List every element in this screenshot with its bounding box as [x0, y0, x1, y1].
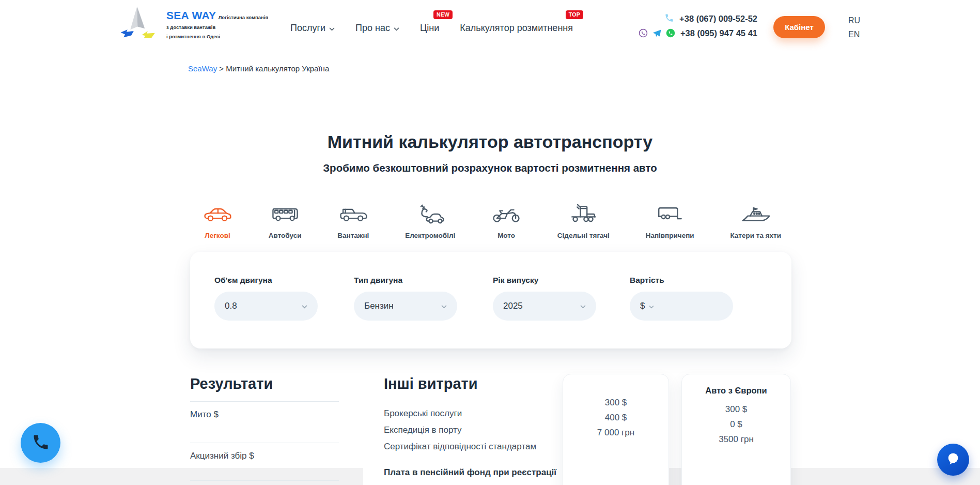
chat-bubble-icon	[945, 451, 961, 468]
phone-icon	[664, 13, 674, 25]
tab-electric-cars[interactable]: Електромобілі	[405, 204, 455, 239]
chevron-down-icon	[302, 301, 307, 311]
expenses-values-card: 300 $ 400 $ 7 000 грн	[563, 374, 669, 485]
chevron-down-icon	[580, 301, 586, 311]
tab-moto[interactable]: Мото	[491, 204, 521, 239]
year-label: Рік випуску	[493, 276, 596, 285]
tab-semi-tractors[interactable]: Сідельні тягачі	[557, 204, 610, 239]
engine-volume-label: Об'єм двигуна	[214, 276, 318, 285]
expense-value: 3500 грн	[682, 432, 790, 447]
lang-en[interactable]: EN	[848, 27, 860, 41]
result-row-duty: Мито $	[190, 410, 219, 420]
calculator-form-card: Об'єм двигуна 0.8 Тип двигуна Бензин Рік…	[190, 252, 791, 348]
nav-item-prices[interactable]: Ціни NEW	[420, 23, 439, 34]
currency-select[interactable]: $	[640, 301, 645, 311]
yacht-icon	[741, 204, 771, 226]
nav-item-about[interactable]: Про нас	[355, 23, 399, 34]
tab-buses[interactable]: Автобуси	[269, 204, 302, 239]
main-nav: Послуги Про нас Ціни NEW Калькулятор роз…	[290, 0, 573, 56]
expense-item-forwarding: Експедиція в порту	[384, 425, 462, 435]
logo-title: SEA WAY	[166, 9, 216, 21]
year-select[interactable]: 2025	[493, 292, 596, 321]
new-badge: NEW	[433, 10, 453, 19]
phone-icon	[32, 433, 50, 453]
europe-card-title: Авто з Європи	[682, 386, 790, 396]
expense-value: 400 $	[563, 410, 668, 425]
nav-item-services[interactable]: Послуги	[290, 23, 335, 34]
whatsapp-icon[interactable]	[666, 28, 675, 38]
bus-icon	[270, 204, 300, 226]
divider	[190, 401, 339, 402]
divider	[190, 480, 339, 481]
telegram-icon[interactable]	[652, 28, 662, 38]
logo-text: SEA WAY Логістична компанія з доставки в…	[166, 4, 268, 40]
customs-calculator-page: SEA WAY Логістична компанія з доставки в…	[0, 0, 980, 485]
result-row-excise: Акцизний збір $	[190, 451, 254, 461]
lang-ru[interactable]: RU	[848, 13, 860, 27]
breadcrumb-current: Митний калькулятор Україна	[226, 64, 329, 73]
engine-volume-field: Об'єм двигуна 0.8	[214, 276, 318, 321]
tab-trucks[interactable]: Вантажні	[337, 204, 369, 239]
results-title: Результати	[190, 375, 273, 392]
header-contacts: +38 (067) 009-52-52	[623, 11, 757, 40]
tab-cars[interactable]: Легкові	[203, 204, 232, 239]
expense-value: 7 000 грн	[563, 425, 668, 440]
breadcrumb-separator: >	[219, 64, 226, 73]
page-subtitle: Зробимо безкоштовний розрахунок вартості…	[0, 162, 980, 174]
phone-number-1[interactable]: +38 (067) 009-52-52	[679, 14, 757, 24]
phone-row-1: +38 (067) 009-52-52	[623, 11, 757, 26]
engine-volume-select[interactable]: 0.8	[214, 292, 318, 321]
phone-number-2[interactable]: +38 (095) 947 45 41	[680, 28, 757, 38]
engine-type-select[interactable]: Бензин	[354, 292, 457, 321]
divider	[190, 443, 339, 443]
logo-link[interactable]: SEA WAY Логістична компанія з доставки в…	[118, 4, 268, 46]
other-expenses-title: Інші витрати	[384, 375, 478, 392]
engine-type-field: Тип двигуна Бензин	[354, 276, 457, 321]
motorcycle-icon	[491, 204, 521, 226]
expense-item-certificate: Сертифікат відповідності стандартам	[384, 442, 536, 452]
tab-semi-trailers[interactable]: Напівпричепи	[646, 204, 694, 239]
seaway-logo	[118, 4, 161, 46]
viber-icon[interactable]	[639, 28, 648, 38]
expense-value: 300 $	[682, 402, 790, 417]
cost-label: Вартість	[630, 276, 733, 285]
language-switcher: RU EN	[848, 13, 860, 41]
cost-field: Вартість $	[630, 276, 733, 321]
chevron-down-icon	[394, 23, 399, 34]
chevron-down-icon	[441, 301, 447, 311]
trailer-icon	[655, 204, 685, 226]
truck-icon	[338, 204, 368, 226]
breadcrumb: SeaWay > Митний калькулятор Україна	[188, 64, 329, 73]
year-field: Рік випуску 2025	[493, 276, 596, 321]
messenger-icons	[639, 28, 675, 38]
engine-type-label: Тип двигуна	[354, 276, 457, 285]
nav-item-customs-calculator[interactable]: Калькулятор розмитнення TOP	[460, 23, 573, 34]
cabinet-button[interactable]: Кабінет	[773, 16, 825, 38]
semi-tractor-icon	[568, 204, 598, 226]
cost-input-group: $	[630, 292, 733, 321]
expense-item-broker: Брокерські послуги	[384, 408, 462, 419]
chat-fab-button[interactable]	[937, 444, 969, 476]
call-fab-button[interactable]	[21, 423, 60, 463]
expense-item-pension-fund: Плата в пенсійний фонд при реєстрації МР…	[384, 464, 557, 485]
chevron-down-icon	[329, 23, 335, 34]
expense-value: 300 $	[563, 395, 668, 410]
electric-car-icon	[415, 204, 445, 226]
europe-car-card: Авто з Європи 300 $ 0 $ 3500 грн	[681, 374, 791, 485]
site-header: SEA WAY Логістична компанія з доставки в…	[0, 0, 980, 56]
page-title: Митний калькулятор автотранспорту	[0, 132, 980, 152]
car-icon	[203, 204, 232, 226]
phone-row-2: +38 (095) 947 45 41	[623, 26, 757, 40]
breadcrumb-home-link[interactable]: SeaWay	[188, 64, 217, 73]
vehicle-type-tabs: Легкові Автобуси	[203, 204, 781, 239]
cost-input[interactable]	[659, 301, 723, 311]
chevron-down-icon	[649, 301, 654, 311]
top-badge: TOP	[566, 10, 583, 19]
expense-value: 0 $	[682, 417, 790, 432]
tab-boats-yachts[interactable]: Катери та яхти	[730, 204, 781, 239]
